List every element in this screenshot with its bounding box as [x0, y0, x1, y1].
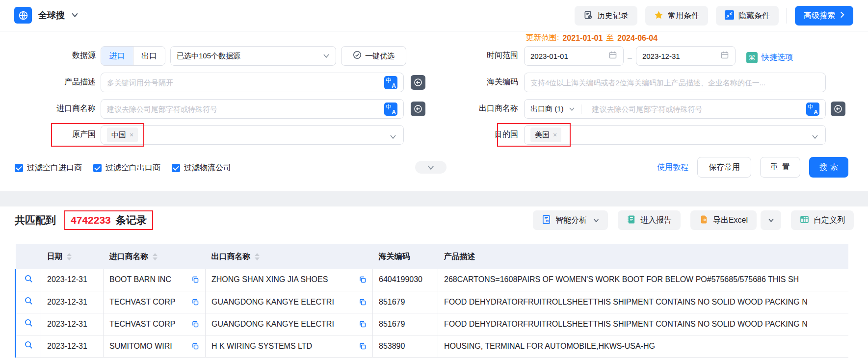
cell-exporter: GUANGDONG KANGYE ELECTRI	[211, 298, 334, 307]
arrow-right-icon	[840, 11, 844, 20]
calendar-icon	[608, 51, 617, 61]
copy-icon[interactable]	[359, 320, 367, 328]
copy-icon[interactable]	[191, 342, 199, 350]
column-header-date[interactable]: 日期	[41, 244, 104, 269]
translate-icon[interactable]: 中 A	[384, 76, 397, 89]
exporter-type-select[interactable]: 出口商 (1)	[530, 104, 581, 114]
end-date-input[interactable]	[636, 46, 736, 66]
cell-description: HOUSING, TERMINAL FOR AUTOMOBILE,HKWS-US…	[444, 342, 655, 350]
sort-icon[interactable]	[67, 253, 72, 260]
globe-icon	[14, 7, 32, 24]
chevron-down-icon	[323, 51, 330, 60]
table-row[interactable]: 2023-12-31 BOOT BARN INC ZHONG SHAN XING…	[16, 269, 849, 291]
data-source-label: 数据源	[0, 46, 101, 61]
tab-export[interactable]: 出口	[133, 47, 165, 65]
filter-checkbox[interactable]: 过滤物流公司	[172, 163, 231, 173]
view-detail-icon[interactable]	[25, 341, 33, 349]
results-summary: 共匹配到 4742233 条记录	[15, 210, 153, 231]
view-detail-icon[interactable]	[25, 319, 33, 327]
export-excel-button[interactable]: 导出Excel	[690, 210, 757, 230]
cell-date: 2023-12-31	[47, 275, 87, 283]
column-header-hs-code: 海关编码	[373, 244, 438, 269]
enter-report-button[interactable]: 进入报告	[618, 210, 681, 230]
copy-icon[interactable]	[359, 298, 367, 306]
tab-import[interactable]: 进口	[101, 47, 133, 65]
cell-description: FOOD DEHYDRATORFRUITROLLSHEETTHIS SHIPME…	[444, 320, 808, 328]
sort-icon[interactable]	[255, 253, 260, 260]
sort-icon[interactable]	[153, 253, 158, 260]
match-count: 4742233	[71, 214, 111, 226]
excel-export-icon	[699, 215, 709, 226]
data-source-select[interactable]: 已选中105个数据源	[170, 46, 336, 66]
chevron-down-icon	[593, 216, 599, 225]
cell-exporter: GUANGDONG KANGYE ELECTRI	[211, 320, 334, 329]
save-conditions-button[interactable]: 保存常用	[697, 157, 751, 178]
favorites-button[interactable]: 常用条件	[645, 6, 708, 26]
exclude-filter-icon[interactable]	[411, 75, 425, 90]
hs-code-input[interactable]	[530, 78, 819, 87]
dest-country-select[interactable]: 美国 ×	[524, 125, 826, 145]
importer-field: 中 A	[101, 99, 404, 119]
history-button[interactable]: 历史记录	[575, 6, 637, 26]
calendar-icon	[720, 51, 729, 61]
copy-icon[interactable]	[191, 276, 199, 283]
table-row[interactable]: 2023-12-31 TECHVAST CORP GUANGDONG KANGY…	[16, 291, 849, 313]
checkbox-icon[interactable]	[15, 164, 23, 172]
quick-options-button[interactable]: ⌘ 快捷选项	[746, 49, 793, 63]
filter-checkbox[interactable]: 过滤空白出口商	[93, 163, 160, 173]
export-options-button[interactable]	[761, 210, 781, 230]
svg-text:BI: BI	[546, 219, 549, 223]
shortcut-icon: ⌘	[746, 52, 758, 63]
one-click-optimize-button[interactable]: 一键优选	[341, 46, 406, 66]
cell-importer: SUMITOMO WIRI	[109, 342, 172, 351]
exclude-filter-icon[interactable]	[411, 102, 425, 116]
advanced-search-button[interactable]: 高级搜索	[795, 6, 853, 26]
start-date-input[interactable]	[524, 46, 624, 66]
view-detail-icon[interactable]	[25, 275, 33, 283]
checkbox-icon[interactable]	[172, 164, 180, 172]
checkbox-icon[interactable]	[93, 164, 102, 172]
exporter-input[interactable]	[592, 105, 802, 113]
columns-icon	[800, 215, 809, 226]
chevron-down-icon	[768, 216, 774, 225]
custom-columns-button[interactable]: 自定义列	[791, 210, 854, 230]
update-range: 更新范围: 2021-01-01 至 2024-06-04	[526, 33, 658, 43]
translate-icon[interactable]: 中 A	[806, 103, 819, 116]
column-header-importer[interactable]: 进口商名称	[104, 244, 206, 269]
product-desc-input[interactable]	[107, 78, 379, 87]
importer-input[interactable]	[107, 105, 379, 113]
origin-country-select[interactable]: 中国 ×	[101, 125, 404, 145]
bi-analysis-icon: BI	[542, 215, 551, 226]
search-button[interactable]: 搜索	[809, 157, 848, 178]
reset-button[interactable]: 重置	[760, 157, 800, 178]
column-header-description: 产品描述	[438, 244, 849, 269]
table-row[interactable]: 2023-12-31 SUMITOMO WIRI H K WIRING SYST…	[16, 335, 849, 357]
star-icon	[654, 10, 663, 22]
copy-icon[interactable]	[359, 342, 367, 350]
cell-date: 2023-12-31	[47, 298, 87, 306]
origin-country-label: 原产国	[0, 125, 101, 140]
remove-tag-icon[interactable]: ×	[130, 131, 133, 139]
column-header-actions	[16, 244, 41, 269]
exclude-filter-icon[interactable]	[831, 102, 845, 116]
tutorial-link[interactable]: 使用教程	[657, 162, 688, 173]
filter-checkbox[interactable]: 过滤空白进口商	[15, 163, 82, 173]
chevron-down-icon[interactable]	[71, 11, 79, 20]
smart-analysis-button[interactable]: BI 智能分析	[533, 210, 608, 230]
collapse-form-button[interactable]	[415, 161, 447, 174]
cell-hs-code: 851679	[379, 298, 405, 306]
table-row[interactable]: 2023-12-31 TECHVAST CORP GUANGDONG KANGY…	[16, 313, 849, 335]
date-range-separator: –	[628, 50, 632, 62]
view-detail-icon[interactable]	[25, 297, 33, 305]
cell-importer: BOOT BARN INC	[109, 275, 171, 284]
chevron-down-icon	[812, 132, 818, 141]
translate-icon[interactable]: 中 A	[384, 103, 397, 116]
copy-icon[interactable]	[191, 298, 199, 306]
remove-tag-icon[interactable]: ×	[553, 131, 557, 139]
results-panel: 共匹配到 4742233 条记录 BI 智能分析	[0, 206, 868, 360]
hide-conditions-button[interactable]: 隐藏条件	[716, 6, 779, 26]
copy-icon[interactable]	[191, 320, 199, 328]
column-header-exporter[interactable]: 出口商名称	[206, 244, 373, 269]
origin-country-tag: 中国 ×	[107, 128, 138, 142]
copy-icon[interactable]	[359, 276, 367, 283]
